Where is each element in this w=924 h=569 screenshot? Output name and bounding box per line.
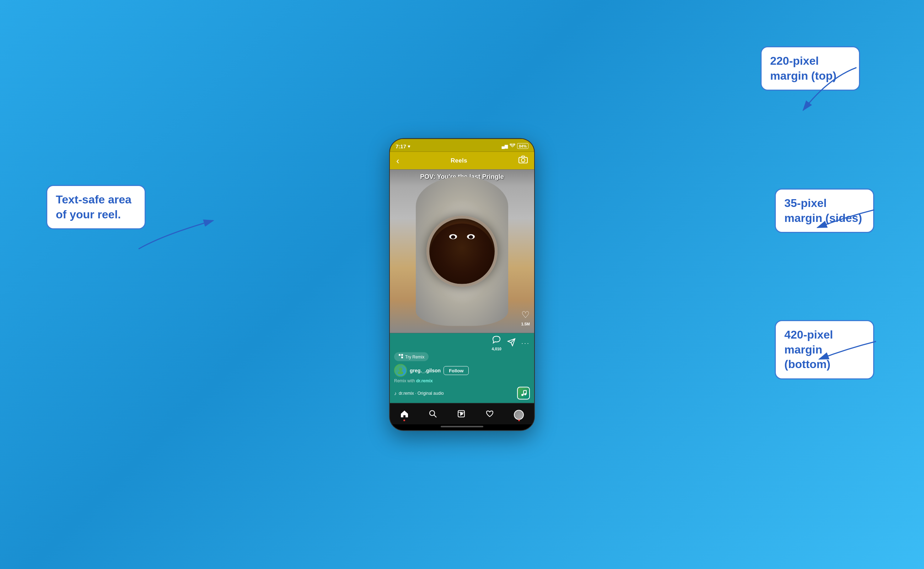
annotation-top-right: 220-pixel margin (top): [760, 46, 860, 91]
heart-nav-icon: [486, 410, 494, 419]
svg-line-13: [523, 391, 526, 391]
username: greg._.gilson: [410, 368, 441, 373]
can-body: [416, 177, 508, 326]
svg-rect-4: [399, 354, 401, 356]
phone-mockup: 7:17 ♥ ▄▆ 84% ‹ Reels: [389, 138, 535, 431]
svg-point-14: [430, 411, 435, 415]
try-remix-button[interactable]: Try Remix: [394, 352, 429, 361]
bottom-nav: [390, 403, 534, 424]
svg-line-15: [434, 415, 436, 417]
swipe-line: [441, 426, 483, 428]
home-dot: [404, 419, 405, 421]
arrow-left-middle: [135, 206, 242, 260]
annotation-left-middle: Text-safe area of your reel.: [46, 185, 146, 230]
battery-badge: 84%: [517, 143, 528, 149]
status-bar: 7:17 ♥ ▄▆ 84%: [390, 139, 534, 152]
home-icon: [400, 410, 409, 420]
svg-marker-17: [461, 412, 463, 415]
like-count: 1.5M: [521, 322, 530, 326]
time-display: 7:17: [396, 143, 406, 149]
right-eye: [467, 234, 475, 239]
nav-likes[interactable]: [486, 410, 494, 419]
video-area: POV: You're the last Pringle ♡ 1.5M: [390, 170, 534, 333]
svg-point-7: [399, 368, 402, 371]
profile-dot: [518, 419, 520, 421]
annotation-bottom-right-text: 420-pixel margin (bottom): [784, 327, 865, 372]
nav-search[interactable]: [429, 410, 437, 420]
more-button[interactable]: ···: [521, 339, 530, 347]
audio-note-icon: ♪: [394, 391, 397, 396]
left-eye: [449, 234, 457, 239]
audio-left: ♪ dr.remix · Original audio: [394, 391, 444, 396]
comment-icon: [492, 335, 501, 347]
send-button[interactable]: [507, 338, 516, 348]
svg-rect-5: [401, 354, 403, 356]
status-icons: ▄▆ 84%: [501, 143, 528, 149]
eyes: [449, 234, 475, 239]
svg-point-1: [521, 158, 525, 162]
nav-home[interactable]: [400, 410, 409, 420]
signal-icon: ▄▆: [501, 144, 508, 149]
audio-row: ♪ dr.remix · Original audio: [390, 385, 534, 403]
svg-rect-6: [401, 357, 403, 359]
face: [430, 224, 494, 284]
search-icon: [429, 410, 437, 420]
remix-with-text: Remix with: [394, 378, 415, 383]
nav-bar: ‹ Reels: [390, 152, 534, 170]
follow-button[interactable]: Follow: [443, 366, 469, 375]
reels-icon: [457, 410, 465, 420]
info-area: 4,010 ··· Try Remix: [390, 333, 534, 403]
can-hole: [426, 216, 498, 287]
avatar[interactable]: [394, 364, 407, 377]
profile-avatar: [514, 410, 524, 420]
nav-reels[interactable]: [457, 410, 465, 420]
audio-text: dr.remix · Original audio: [399, 391, 444, 396]
comment-button[interactable]: 4,010: [492, 335, 501, 351]
pringle-can-visual: [390, 170, 534, 333]
try-remix-label: Try Remix: [405, 354, 424, 359]
comment-count: 4,010: [492, 347, 501, 351]
user-left: greg._.gilson Follow: [394, 364, 469, 377]
heart-status-icon: ♥: [408, 143, 410, 149]
annotation-top-right-text: 220-pixel margin (top): [770, 54, 850, 83]
remix-icon: [398, 354, 404, 360]
status-time: 7:17 ♥: [396, 143, 410, 149]
annotation-middle-right-text: 35-pixel margin (sides): [784, 196, 865, 225]
nav-title: Reels: [451, 157, 467, 164]
remix-with-row: Remix with dr.remix: [390, 378, 534, 385]
audio-thumbnail[interactable]: [517, 387, 530, 400]
try-remix-row: Try Remix: [390, 351, 534, 363]
user-row: greg._.gilson Follow: [390, 363, 534, 378]
wifi-icon: [510, 143, 515, 149]
annotation-middle-right: 35-pixel margin (sides): [775, 189, 874, 233]
back-button[interactable]: ‹: [396, 155, 399, 166]
annotation-left-middle-text: Text-safe area of your reel.: [56, 192, 136, 222]
annotation-bottom-right: 420-pixel margin (bottom): [775, 320, 874, 379]
side-icons: ♡ 1.5M: [521, 309, 530, 326]
nav-profile[interactable]: [514, 410, 524, 420]
svg-point-8: [398, 371, 404, 374]
swipe-indicator: [390, 424, 534, 430]
like-icon[interactable]: ♡: [521, 309, 530, 320]
remix-link[interactable]: dr.remix: [416, 378, 433, 383]
camera-button[interactable]: [519, 156, 528, 166]
